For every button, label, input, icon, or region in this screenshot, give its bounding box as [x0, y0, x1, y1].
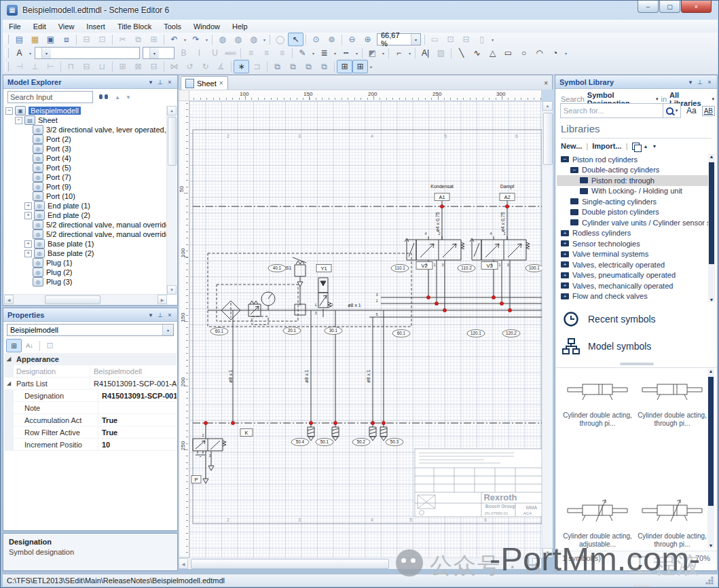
tree-expander-icon[interactable]: −	[5, 107, 13, 115]
connection-dot[interactable]	[500, 301, 503, 305]
panel-menu-icon[interactable]: ▾	[146, 79, 155, 86]
chevron-down-icon[interactable]: ▾	[712, 96, 714, 102]
font-family-combo[interactable]: ▾	[35, 47, 140, 59]
redo-dropdown[interactable]: ▾	[204, 33, 210, 45]
library-item[interactable]: +Rodless cylinders	[557, 228, 709, 239]
property-value[interactable]: True	[98, 416, 117, 424]
match-word-button[interactable]: AB	[702, 106, 715, 116]
library-item[interactable]: Double piston cylinders	[557, 207, 709, 218]
bring-forward-icon[interactable]: ⧉	[301, 60, 316, 73]
menu-tools[interactable]: Tools	[158, 21, 187, 32]
library-item[interactable]: −Piston rod cylinders	[557, 154, 709, 165]
property-value[interactable]: R415013091-SCP-001-AA	[90, 380, 177, 388]
scrollbar-thumb[interactable]	[543, 113, 553, 165]
canvas-vscrollbar[interactable]: ▲ ▼	[542, 101, 553, 557]
model-search-input[interactable]	[7, 91, 93, 103]
undo-icon[interactable]: ↶	[166, 33, 182, 46]
property-row[interactable]: Accumulation ActTrue	[4, 414, 177, 426]
menu-edit[interactable]: Edit	[27, 21, 52, 32]
connection-dot[interactable]	[382, 421, 385, 424]
text-tool-icon[interactable]: A|	[418, 46, 433, 60]
library-item[interactable]: +Valve terminal systems	[557, 249, 709, 260]
property-value[interactable]: 10	[98, 441, 110, 449]
panel-menu-icon[interactable]: ▾	[686, 79, 695, 86]
search-next-icon[interactable]: ▼	[126, 94, 131, 100]
arc-tool-icon[interactable]: ◠	[532, 46, 547, 60]
close-button[interactable]: ×	[681, 1, 712, 13]
pointer-icon[interactable]: ↖	[288, 33, 303, 46]
symbol-search-input[interactable]	[560, 103, 663, 118]
library-item[interactable]: +Valves, mechanically operated	[557, 280, 709, 291]
import-library-link[interactable]: Import...	[592, 142, 621, 150]
tree-item-beispielmodell[interactable]: −▣Beispielmodell	[4, 106, 167, 115]
tree-item-sheet[interactable]: −▤Sheet	[4, 115, 167, 125]
line-width-icon[interactable]: ≣	[316, 46, 332, 60]
save-all-icon[interactable]: ⧈	[58, 33, 74, 46]
scroll-up-icon[interactable]: ▲	[542, 101, 553, 111]
view-overflow-dropdown[interactable]: ▾	[490, 33, 496, 45]
font-size-combo[interactable]: ▾	[143, 47, 174, 59]
new-library-link[interactable]: New...	[561, 142, 582, 150]
pin-icon[interactable]: ⊥	[155, 79, 165, 86]
ellipse-tool-icon[interactable]: ○	[516, 46, 532, 60]
tree-item[interactable]: ◎5/2 directional valve, manual override …	[4, 220, 167, 229]
resize-grip[interactable]	[705, 576, 714, 585]
connection-dot[interactable]	[508, 308, 511, 312]
library-item[interactable]: Cylinder valve units / Cylinder sensor s…	[557, 217, 709, 228]
connection-dot[interactable]	[435, 301, 438, 305]
tree-item[interactable]: ◎Plug (3)	[4, 277, 167, 287]
save-icon[interactable]: ▣	[43, 33, 58, 46]
library-tree-scrollbar[interactable]: ▲ ▼	[708, 154, 715, 302]
connection-dot[interactable]	[492, 295, 495, 299]
scroll-right-icon[interactable]: ▶	[532, 558, 542, 569]
property-row[interactable]: DesignationR415013091-SCP-001-AA	[4, 390, 177, 402]
tree-item[interactable]: +◎Base plate (2)	[4, 249, 167, 258]
connection-dot[interactable]	[443, 308, 446, 312]
arrange-overflow-dropdown[interactable]: ▾	[368, 60, 374, 73]
bring-to-front-icon[interactable]: ⧉	[270, 60, 285, 73]
snap-icon[interactable]: ∗	[234, 60, 249, 73]
tree-expander-icon[interactable]: +	[24, 202, 32, 210]
scrollbar-thumb[interactable]	[709, 162, 714, 264]
connection-dot[interactable]	[426, 295, 430, 299]
property-value[interactable]: Beispielmodell	[90, 367, 142, 375]
panel-splitter[interactable]	[620, 363, 654, 365]
category-expander-icon[interactable]: ◢	[4, 356, 14, 362]
line-width-dropdown[interactable]: ▾	[332, 47, 338, 59]
rectangle-tool-icon[interactable]: ▭	[500, 46, 516, 60]
scroll-up-icon[interactable]: ▲	[707, 369, 714, 373]
scroll-down-icon[interactable]: ▼	[167, 285, 177, 295]
categorized-button[interactable]: ⊞	[6, 339, 22, 352]
tree-item[interactable]: ◎5/2 directional valve, manual override …	[4, 229, 167, 239]
pie-tool-icon[interactable]: ◔	[547, 46, 563, 60]
panel-menu-icon[interactable]: ▾	[146, 312, 155, 318]
connector-style-icon[interactable]: ⌐	[391, 46, 407, 60]
expand-all-icon[interactable]: ▼	[652, 144, 657, 149]
chevron-down-icon[interactable]: ▾	[149, 48, 159, 58]
library-item[interactable]: +Flow and check valves	[557, 291, 709, 302]
tree-item[interactable]: +◎End plate (2)	[4, 210, 167, 220]
font-color-dropdown[interactable]: ▾	[27, 47, 33, 59]
model-symbols-button[interactable]: Model symbols	[562, 337, 651, 355]
tree-item[interactable]: ◎Port (7)	[4, 172, 167, 182]
recent-symbols-button[interactable]: Recent symbols	[562, 310, 656, 328]
library-item[interactable]: Single-acting cylinders	[557, 196, 709, 207]
redo-icon[interactable]: ↷	[188, 33, 204, 46]
title-bar[interactable]: ▦ Beispielmodell.edtmdl - Scheme Editor …	[1, 1, 718, 20]
pin-icon[interactable]: ⊥	[695, 79, 705, 86]
snap-to-grid-icon[interactable]: ⊞	[352, 60, 368, 73]
property-row[interactable]: ◢Parts ListR415013091-SCP-001-AA	[4, 378, 177, 390]
scroll-up-icon[interactable]: ▲	[167, 106, 177, 115]
tree-expander-icon[interactable]: +	[24, 240, 32, 248]
tree-item[interactable]: ◎Plug (2)	[4, 268, 167, 277]
model-tree-vscrollbar[interactable]: ▲ ▼	[166, 106, 177, 295]
scrollbar-thumb[interactable]	[45, 295, 100, 304]
fill-color-dropdown[interactable]: ▾	[380, 47, 386, 59]
connection-dot[interactable]	[309, 421, 312, 424]
tree-expander-icon[interactable]: +	[24, 212, 32, 219]
sphere-icon-1[interactable]: ◍	[215, 33, 230, 46]
line-color-dropdown[interactable]: ▾	[310, 47, 316, 59]
line-color-icon[interactable]: ✎	[295, 46, 310, 60]
category-expander-icon[interactable]: ◢	[4, 380, 14, 386]
toolbar-grip[interactable]	[5, 62, 9, 71]
